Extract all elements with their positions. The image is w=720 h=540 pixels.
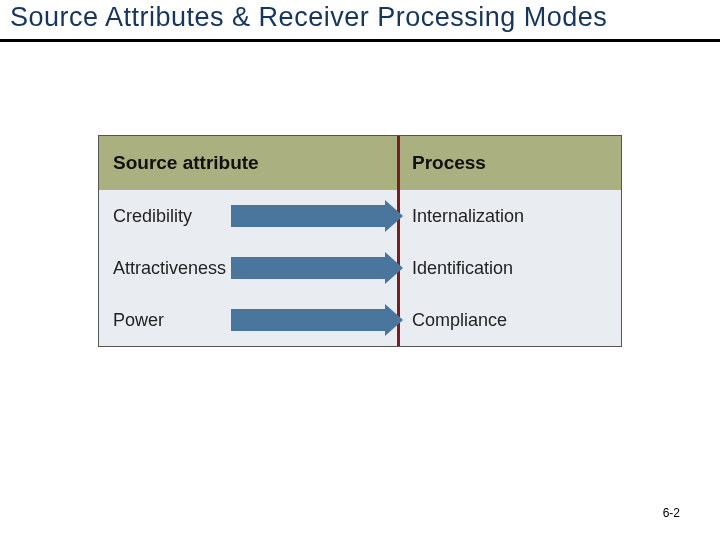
arrow-head	[385, 252, 403, 284]
cell-process: Internalization	[400, 190, 621, 242]
header-process: Process	[400, 136, 621, 190]
table-row: Attractiveness Identification	[99, 242, 621, 294]
arrow-icon	[231, 205, 403, 227]
cell-source-attribute: Power	[99, 294, 397, 346]
table-header-row: Source attribute Process	[99, 136, 621, 190]
cell-process: Compliance	[400, 294, 621, 346]
cell-process: Identification	[400, 242, 621, 294]
cell-source-attribute: Credibility	[99, 190, 397, 242]
cell-label: Credibility	[113, 206, 192, 227]
arrow-shaft	[231, 205, 385, 227]
header-source-attribute: Source attribute	[99, 136, 397, 190]
table-row: Power Compliance	[99, 294, 621, 346]
cell-label: Attractiveness	[113, 258, 226, 279]
slide: Source Attributes & Receiver Processing …	[0, 0, 720, 540]
table-row: Credibility Internalization	[99, 190, 621, 242]
cell-source-attribute: Attractiveness	[99, 242, 397, 294]
page-number: 6-2	[663, 506, 680, 520]
slide-title: Source Attributes & Receiver Processing …	[0, 0, 720, 39]
cell-label: Power	[113, 310, 164, 331]
arrow-shaft	[231, 309, 385, 331]
title-band: Source Attributes & Receiver Processing …	[0, 0, 720, 42]
arrow-icon	[231, 309, 403, 331]
arrow-shaft	[231, 257, 385, 279]
attributes-process-table: Source attribute Process Credibility Int…	[98, 135, 622, 347]
arrow-icon	[231, 257, 403, 279]
arrow-head	[385, 200, 403, 232]
arrow-head	[385, 304, 403, 336]
